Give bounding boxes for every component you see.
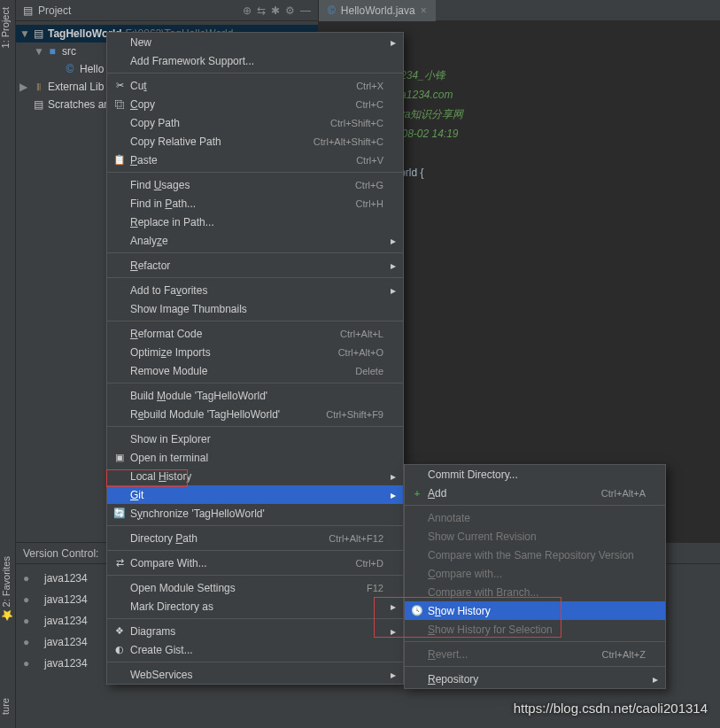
hide-icon[interactable]: — (300, 4, 311, 17)
locate-icon[interactable]: ⊕ (243, 4, 252, 17)
menu-label: Local History (130, 470, 383, 483)
menu-icon: ▣ (112, 452, 127, 463)
menu-item-find-in-path[interactable]: Find in Path...Ctrl+H (107, 194, 403, 213)
menu-item-paste[interactable]: 📋PasteCtrl+V (107, 151, 403, 169)
chevron-right-icon: ▸ (391, 284, 396, 297)
chevron-right-icon: ▸ (391, 600, 396, 613)
menu-shortcut: Ctrl+Alt+Shift+C (314, 136, 383, 147)
menu-item-open-module-settings[interactable]: Open Module SettingsF12 (107, 578, 403, 597)
menu-item-reformat-code[interactable]: Reformat CodeCtrl+Alt+L (107, 324, 403, 343)
menu-label: WebServices (130, 669, 383, 681)
menu-item-show-in-explorer[interactable]: Show in Explorer (107, 430, 403, 448)
menu-shortcut: Ctrl+Alt+Z (601, 649, 646, 660)
menu-label: Compare With... (130, 557, 356, 569)
menu-label: Open in terminal (130, 452, 383, 464)
watermark: https://blog.csdn.net/caoli201314 (514, 701, 708, 716)
menu-label: Show History for Selection (428, 623, 646, 636)
menu-item-add[interactable]: +AddCtrl+Alt+A (405, 484, 665, 502)
sync-icon[interactable]: ⇆ (257, 4, 266, 17)
menu-item-remove-module[interactable]: Remove ModuleDelete (107, 361, 403, 380)
gear-icon[interactable]: ⚙ (285, 4, 295, 17)
menu-icon: ⇄ (112, 557, 127, 569)
menu-shortcut: Ctrl+H (356, 198, 383, 209)
menu-label: Remove Module (130, 365, 355, 377)
menu-item-compare-with-branch: Compare with Branch... (405, 583, 665, 601)
menu-item-git[interactable]: Git▸ (107, 485, 403, 504)
tab-helloworld[interactable]: © HelloWorld.java × (319, 0, 436, 21)
chevron-right-icon: ▸ (391, 625, 396, 638)
vcs-title: Version Control: (23, 547, 98, 560)
menu-shortcut: F12 (367, 583, 383, 593)
menu-item-open-in-terminal[interactable]: ▣Open in terminal (107, 448, 403, 467)
menu-item-create-gist[interactable]: ◐Create Gist... (107, 640, 403, 659)
menu-item-annotate: Annotate (405, 508, 665, 527)
menu-label: Find in Path... (130, 197, 356, 210)
menu-label: Copy Path (130, 117, 330, 129)
menu-shortcut: Ctrl+D (356, 558, 383, 569)
menu-icon: + (410, 488, 424, 499)
menu-label: Show Image Thumbnails (130, 303, 383, 315)
menu-label: Commit Directory... (428, 469, 646, 481)
menu-item-build-module-taghelloworld[interactable]: Build Module 'TagHelloWorld' (107, 386, 403, 405)
collapse-icon[interactable]: ✱ (271, 4, 280, 17)
menu-item-add-framework-support[interactable]: Add Framework Support... (107, 51, 403, 70)
menu-item-copy-path[interactable]: Copy PathCtrl+Shift+C (107, 113, 403, 132)
menu-label: Optimize Imports (130, 346, 338, 359)
chevron-right-icon: ▸ (391, 235, 396, 247)
menu-item-cut[interactable]: ✂CutCtrl+X (107, 76, 403, 95)
project-tool-header: ▤ Project ⊕ ⇆ ✱ ⚙ — (16, 0, 318, 21)
menu-icon: 🕓 (410, 605, 424, 616)
sidebar-tab-favorites[interactable]: ⭐ 2: Favorites (0, 556, 12, 622)
menu-shortcut: Ctrl+Alt+L (340, 329, 383, 339)
menu-label: Compare with Branch... (428, 586, 646, 599)
menu-label: Add Framework Support... (130, 55, 383, 67)
side-tab-strip: 1: Project ⭐ 2: Favorites ture (0, 0, 16, 728)
menu-item-repository[interactable]: Repository▸ (405, 670, 665, 688)
menu-item-local-history[interactable]: Local History▸ (107, 467, 403, 485)
menu-item-new[interactable]: New▸ (107, 33, 403, 51)
chevron-right-icon: ▸ (391, 36, 396, 49)
menu-label: Compare with the Same Repository Version (428, 549, 646, 561)
menu-item-rebuild-module-taghelloworld[interactable]: Rebuild Module 'TagHelloWorld'Ctrl+Shift… (107, 405, 403, 423)
menu-label: Rebuild Module 'TagHelloWorld' (130, 408, 326, 421)
java-class-icon: © (328, 4, 336, 17)
menu-item-copy-relative-path[interactable]: Copy Relative PathCtrl+Alt+Shift+C (107, 132, 403, 151)
editor-tabs: © HelloWorld.java × (319, 0, 720, 21)
sidebar-tab-structure[interactable]: ture (0, 698, 11, 715)
menu-item-refactor[interactable]: Refactor▸ (107, 256, 403, 275)
menu-icon: ⿻ (112, 99, 127, 110)
menu-item-analyze[interactable]: Analyze▸ (107, 231, 403, 250)
menu-item-replace-in-path[interactable]: Replace in Path... (107, 213, 403, 231)
menu-item-optimize-imports[interactable]: Optimize ImportsCtrl+Alt+O (107, 343, 403, 361)
menu-item-show-image-thumbnails[interactable]: Show Image Thumbnails (107, 299, 403, 318)
menu-item-show-history[interactable]: 🕓Show History (405, 601, 665, 620)
menu-item-commit-directory[interactable]: Commit Directory... (405, 465, 665, 484)
chevron-right-icon: ▸ (391, 489, 396, 501)
menu-item-directory-path[interactable]: Directory PathCtrl+Alt+F12 (107, 529, 403, 547)
menu-label: Replace in Path... (130, 216, 383, 228)
context-menu: New▸Add Framework Support...✂CutCtrl+X⿻C… (106, 32, 404, 685)
menu-item-find-usages[interactable]: Find UsagesCtrl+G (107, 175, 403, 194)
menu-item-diagrams[interactable]: ❖Diagrams▸ (107, 622, 403, 640)
menu-item-synchronize-taghelloworld[interactable]: 🔄Synchronize 'TagHelloWorld' (107, 504, 403, 523)
git-submenu: Commit Directory...+AddCtrl+Alt+AAnnotat… (404, 464, 666, 689)
menu-item-copy[interactable]: ⿻CopyCtrl+C (107, 95, 403, 113)
menu-shortcut: Delete (355, 366, 383, 376)
sidebar-tab-project[interactable]: 1: Project (0, 7, 11, 48)
menu-label: Add (428, 487, 601, 500)
close-icon[interactable]: × (421, 4, 427, 17)
menu-item-webservices[interactable]: WebServices▸ (107, 665, 403, 684)
menu-label: Compare with... (428, 568, 646, 580)
menu-item-compare-with[interactable]: ⇄Compare With...Ctrl+D (107, 554, 403, 572)
menu-item-add-to-favorites[interactable]: Add to Favorites▸ (107, 281, 403, 299)
menu-label: Show History (428, 605, 646, 617)
menu-item-show-history-for-selection: Show History for Selection (405, 620, 665, 639)
menu-label: Refactor (130, 259, 383, 272)
menu-item-mark-directory-as[interactable]: Mark Directory as▸ (107, 597, 403, 616)
menu-shortcut: Ctrl+X (356, 81, 383, 91)
chevron-right-icon: ▸ (391, 669, 396, 681)
menu-label: Build Module 'TagHelloWorld' (130, 390, 383, 402)
menu-label: Reformat Code (130, 328, 340, 340)
menu-label: Create Gist... (130, 644, 383, 656)
menu-shortcut: Ctrl+Alt+A (601, 488, 646, 499)
